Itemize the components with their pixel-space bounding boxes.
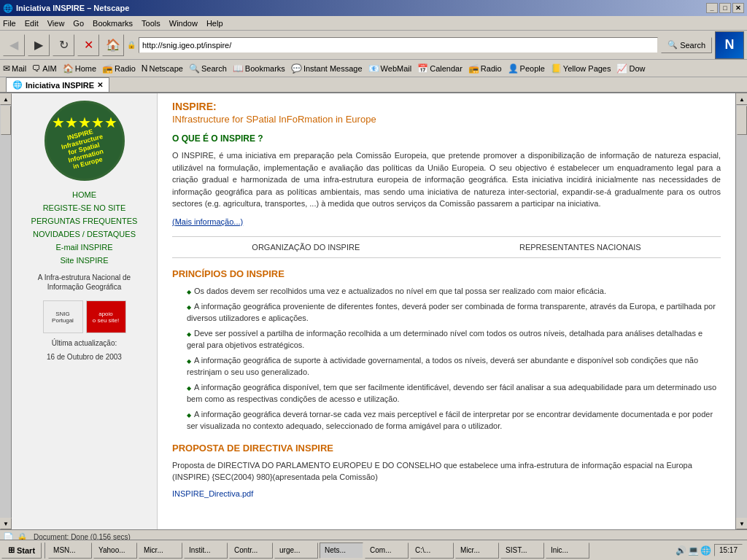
aim-icon: 🗨 [32,63,41,74]
bookmark-people[interactable]: 👤People [508,63,545,74]
home-link[interactable]: HOME [72,190,96,199]
bookmark-dow[interactable]: 📈Dow [616,63,645,74]
minimize-button[interactable]: _ [706,3,718,13]
inspire-logo: ★★★★★ INSPIREInfrastructurefor SpatialIn… [44,101,125,181]
page-title: INSPIRE: [172,101,721,112]
tab-label: Iniciativa INSPIRE [26,81,94,90]
bookmark-instant-message[interactable]: 💬Instant Message [291,63,363,74]
calendar-icon: 📅 [417,63,428,74]
title-bar-controls[interactable]: _ □ ✕ [706,3,744,13]
home-button[interactable]: 🏠 [102,34,124,56]
tab-inspire[interactable]: 🌐 Iniciativa INSPIRE ✕ [6,77,109,92]
taskbar: ⊞ Start MSN... Yahoo... Micr... Instit..… [0,540,747,560]
menu-view[interactable]: View [47,19,65,28]
email-link[interactable]: E-mail INSPIRE [55,243,112,252]
rep-link[interactable]: REPRESENTANTES NACIONAIS [519,243,641,252]
sidebar-logos: SNIGPortugal apoioo seu site! [43,300,126,333]
directive-pdf-link[interactable]: INSPIRE_Directiva.pdf [172,489,253,498]
more-info-text[interactable]: (Mais informação...) [172,217,243,226]
bookmark-yellow-pages[interactable]: 📒Yellow Pages [551,63,611,74]
back-button[interactable]: ◀ [3,34,25,56]
snig-logo: SNIGPortugal [43,300,83,333]
stars-icon: ★★★★★ [52,114,117,131]
principle-3: Deve ser possível a partilha de informaç… [187,327,721,351]
right-scroll-thumb[interactable] [737,106,747,135]
sys-tray-icons: 🔊 💻 🌐 [676,545,711,556]
bookmark-aim[interactable]: 🗨AIM [32,63,57,74]
bookmark-netscape[interactable]: NNetscape [142,63,183,74]
scroll-up-arrow[interactable]: ▲ [0,93,12,105]
right-scroll-down[interactable]: ▼ [736,518,747,529]
taskbar-right: 🔊 💻 🌐 15:17 [676,544,746,556]
search-button[interactable]: 🔍 Search [661,37,712,53]
task-contr[interactable]: Contr... [229,542,273,559]
address-input[interactable] [139,37,658,53]
principle-2: A informação geográfica proveniente de d… [187,300,721,324]
right-scroll-track [736,105,747,518]
stop-button[interactable]: ✕ [77,34,99,56]
bookmark-radio[interactable]: 📻Radio [102,63,136,74]
task-msn[interactable]: MSN... [48,542,92,559]
close-button[interactable]: ✕ [732,3,744,13]
org-links: ORGANIZAÇÃO DO INSPIRE REPRESENTANTES NA… [172,236,721,258]
start-icon: ⊞ [8,545,15,555]
org-link[interactable]: ORGANIZAÇÃO DO INSPIRE [252,243,360,252]
task-micr2[interactable]: Micr... [455,542,499,559]
bookmark-radio2[interactable]: 📻Radio [468,63,502,74]
tray-icon1: 🔊 [676,545,686,556]
right-scrollbar[interactable]: ▲ ▼ [735,93,747,529]
yellow-pages-icon: 📒 [551,63,562,74]
task-nets[interactable]: Nets... [320,542,363,559]
instant-msg-icon: 💬 [291,63,302,74]
menu-bookmarks[interactable]: Bookmarks [93,19,133,28]
principle-1: Os dados devem ser recolhidos uma vez e … [187,285,721,298]
menu-tools[interactable]: Tools [142,19,160,28]
bookmark-calendar[interactable]: 📅Calendar [417,63,462,74]
task-inic[interactable]: Inic... [546,542,589,559]
radio2-icon: 📻 [468,63,479,74]
address-bar: 🔒 [127,37,658,53]
bookmark-home[interactable]: 🏠Home [63,63,96,74]
main-content: INSPIRE: INfrastructure for SPatial InFo… [158,93,735,529]
logo-text: INSPIREInfrastructurefor SpatialInformat… [59,127,109,173]
bookmark-webmail[interactable]: 📧WebMail [368,63,412,74]
bookmark-bookmarks[interactable]: 📖Bookmarks [233,63,285,74]
bookmark-mail[interactable]: ✉Mail [3,63,26,74]
start-button[interactable]: ⊞ Start [1,542,42,559]
people-icon: 👤 [508,63,519,74]
title-bar: 🌐 Iniciativa INSPIRE – Netscape _ □ ✕ [0,0,747,16]
task-instit[interactable]: Instit... [184,542,228,559]
task-com[interactable]: Com... [365,542,409,559]
menu-window[interactable]: Window [169,19,198,28]
tab-close-button[interactable]: ✕ [97,81,103,89]
content-wrapper: ▲ ▼ ★★★★★ INSPIREInfrastructurefor Spati… [0,93,747,529]
task-urge[interactable]: urge... [274,542,318,559]
scroll-thumb-left[interactable] [1,106,11,135]
register-link[interactable]: REGISTE-SE NO SITE [43,203,126,212]
menu-go[interactable]: Go [73,19,84,28]
menu-edit[interactable]: Edit [25,19,39,28]
site-link[interactable]: Site INSPIRE [60,256,108,265]
forward-button[interactable]: ▶ [28,34,50,56]
maximize-button[interactable]: □ [719,3,731,13]
task-yahoo[interactable]: Yahoo... [93,542,137,559]
task-sist[interactable]: SIST... [500,542,544,559]
task-micr1[interactable]: Micr... [139,542,182,559]
right-scroll-up[interactable]: ▲ [736,93,747,105]
principles-list: Os dados devem ser recolhidos uma vez e … [187,285,721,432]
browser-icon: 🌐 [3,4,13,13]
task-cpath[interactable]: C:\... [410,542,454,559]
window-title: Iniciativa INSPIRE – Netscape [16,4,129,12]
faq-link[interactable]: PERGUNTAS FREQUENTES [31,217,138,225]
sidebar-description: A Infra-estrutura Nacional de Informação… [19,273,150,292]
news-link[interactable]: NOVIDADES / DESTAQUES [33,230,136,238]
menu-help[interactable]: Help [206,19,223,28]
reload-button[interactable]: ↻ [53,34,74,56]
menu-file[interactable]: File [3,19,16,28]
search-icon: 🔍 [667,40,678,50]
update-label: Última actualização: [52,339,117,347]
left-scrollbar[interactable]: ▲ ▼ [0,93,12,529]
bookmark-search[interactable]: 🔍Search [189,63,227,74]
tray-icon2: 💻 [688,545,699,556]
scroll-down-arrow[interactable]: ▼ [0,518,12,529]
